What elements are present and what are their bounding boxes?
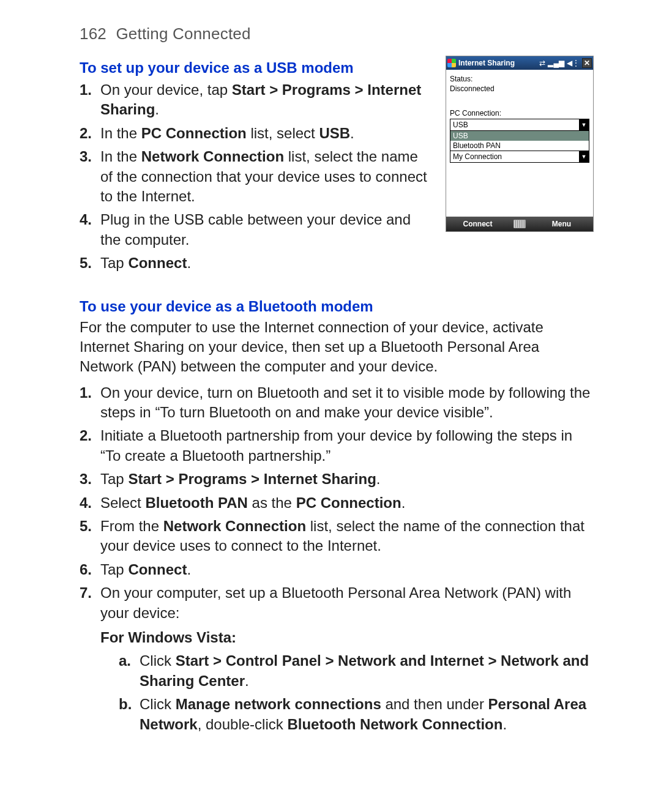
keyboard-icon xyxy=(513,220,526,228)
step-number: 2. xyxy=(80,124,100,143)
window-title: Internet Sharing xyxy=(458,59,539,67)
combo-value: My Connection xyxy=(450,152,579,161)
step-number: 4. xyxy=(80,493,100,513)
pc-connection-label: PC Connection: xyxy=(450,109,589,117)
connect-button[interactable]: Connect xyxy=(446,220,509,228)
list-item: 7. On your computer, set up a Bluetooth … xyxy=(80,583,594,738)
status-value: Disconnected xyxy=(450,84,589,93)
step-text: Plug in the USB cable between your devic… xyxy=(100,210,427,250)
combo-value: USB xyxy=(450,121,579,129)
step-number: 5. xyxy=(80,253,100,273)
list-item: 4. Select Bluetooth PAN as the PC Connec… xyxy=(80,493,594,513)
windows-logo-icon xyxy=(447,59,456,67)
vista-heading: For Windows Vista: xyxy=(100,628,594,647)
step-text: Tap Connect. xyxy=(100,560,594,579)
list-item: a. Click Start > Control Panel > Network… xyxy=(119,651,594,691)
list-item: 2. In the PC Connection list, select USB… xyxy=(80,124,427,143)
section-usb-modem-title: To set up your device as a USB modem xyxy=(80,59,427,76)
device-screenshot: Internet Sharing ⇄ ▂▄▆ ◀⋮ ✕ Status: Disc… xyxy=(446,56,594,232)
dropdown-option-bluetooth-pan[interactable]: Bluetooth PAN xyxy=(450,141,589,151)
list-item: b. Click Manage network connections and … xyxy=(119,695,594,734)
page-title: Getting Connected xyxy=(116,24,250,43)
step-text: Initiate a Bluetooth partnership from yo… xyxy=(100,426,594,466)
pc-connection-dropdown[interactable]: USB Bluetooth PAN xyxy=(450,131,589,151)
step-number: 5. xyxy=(80,516,100,536)
step-text: From the Network Connection list, select… xyxy=(100,516,594,556)
page-number: 162 xyxy=(80,24,106,43)
bt-steps-list: 1. On your device, turn on Bluetooth and… xyxy=(80,383,594,738)
device-footer: Connect Menu xyxy=(446,217,593,231)
step-number: 6. xyxy=(80,560,100,579)
usb-steps-list: 1. On your device, tap Start > Programs … xyxy=(80,80,427,274)
list-item: 1. On your device, turn on Bluetooth and… xyxy=(80,383,594,423)
list-item: 3. In the Network Connection list, selec… xyxy=(80,147,427,206)
chevron-down-icon[interactable]: ▼ xyxy=(579,119,589,130)
close-icon[interactable]: ✕ xyxy=(582,58,592,68)
list-item: 1. On your device, tap Start > Programs … xyxy=(80,80,427,120)
dropdown-option-usb[interactable]: USB xyxy=(450,131,589,141)
list-item: 6. Tap Connect. xyxy=(80,560,594,579)
step-number: 4. xyxy=(80,210,100,229)
step-number: b. xyxy=(119,695,140,714)
list-item: 2. Initiate a Bluetooth partnership from… xyxy=(80,426,594,466)
section-bt-modem-title: To use your device as a Bluetooth modem xyxy=(80,298,594,315)
step-text: Click Manage network connections and the… xyxy=(140,695,594,734)
list-item: 5. From the Network Connection list, sel… xyxy=(80,516,594,556)
device-titlebar: Internet Sharing ⇄ ▂▄▆ ◀⋮ ✕ xyxy=(446,56,593,70)
keyboard-button[interactable] xyxy=(509,220,530,228)
step-text: Tap Connect. xyxy=(100,253,427,273)
vista-substeps: a. Click Start > Control Panel > Network… xyxy=(100,651,594,734)
step-text: Tap Start > Programs > Internet Sharing. xyxy=(100,469,594,489)
device-body: Status: Disconnected PC Connection: USB … xyxy=(446,70,593,217)
status-label: Status: xyxy=(450,75,589,83)
list-item: 5. Tap Connect. xyxy=(80,253,427,273)
step-text: Click Start > Control Panel > Network an… xyxy=(140,651,594,691)
connection-icon: ⇄ xyxy=(539,59,545,67)
step-text: On your computer, set up a Bluetooth Per… xyxy=(100,583,594,738)
step-number: 3. xyxy=(80,469,100,489)
step-text: Select Bluetooth PAN as the PC Connectio… xyxy=(100,493,594,513)
titlebar-icons: ⇄ ▂▄▆ ◀⋮ ✕ xyxy=(539,58,592,68)
step-text: On your device, turn on Bluetooth and se… xyxy=(100,383,594,423)
page-header: 162 Getting Connected xyxy=(80,24,594,43)
step-number: 2. xyxy=(80,426,100,445)
list-item: 3. Tap Start > Programs > Internet Shari… xyxy=(80,469,594,489)
step-text: In the Network Connection list, select t… xyxy=(100,147,427,206)
step-text: In the PC Connection list, select USB. xyxy=(100,124,427,143)
section-intro: For the computer to use the Internet con… xyxy=(80,318,594,377)
step-number: 3. xyxy=(80,147,100,166)
chevron-down-icon[interactable]: ▼ xyxy=(579,151,589,162)
menu-button[interactable]: Menu xyxy=(530,220,593,228)
step-number: 1. xyxy=(80,80,100,100)
signal-icon: ▂▄▆ xyxy=(548,59,564,67)
pc-connection-combo[interactable]: USB ▼ xyxy=(450,119,589,131)
list-item: 4. Plug in the USB cable between your de… xyxy=(80,210,427,250)
step-number: 7. xyxy=(80,583,100,603)
speaker-icon: ◀⋮ xyxy=(567,59,580,67)
step-number: a. xyxy=(119,651,140,671)
step-text: On your device, tap Start > Programs > I… xyxy=(100,80,427,120)
network-connection-combo[interactable]: My Connection ▼ xyxy=(450,151,589,163)
step-number: 1. xyxy=(80,383,100,403)
